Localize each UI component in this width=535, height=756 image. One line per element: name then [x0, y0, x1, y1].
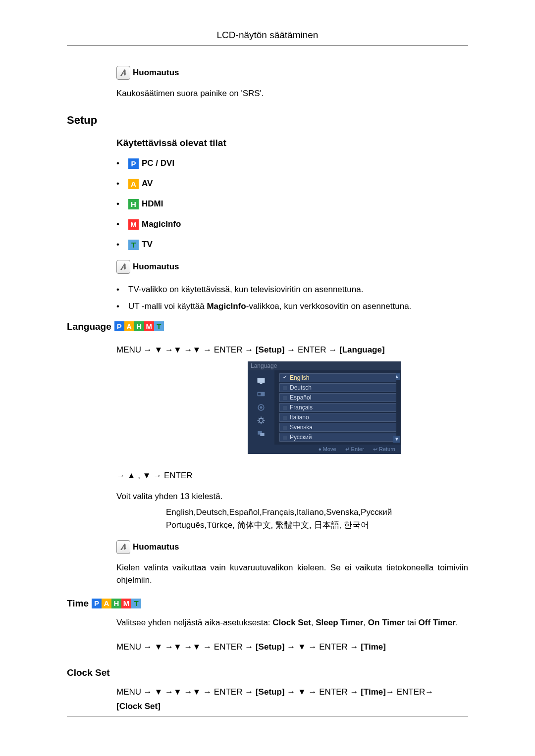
- svg-rect-1: [260, 383, 263, 384]
- note-row: Huomautus: [116, 260, 468, 274]
- note-icon: [116, 540, 130, 554]
- osd-item-svenska[interactable]: Svenska: [279, 423, 396, 432]
- mode-a-icon: A: [128, 179, 139, 189]
- osd-item-espanol[interactable]: Español: [279, 393, 396, 402]
- mode-p-label: PC / DVI: [142, 158, 174, 168]
- mode-t-label: TV: [142, 240, 153, 250]
- osd-scroll-down-icon[interactable]: ▼: [393, 436, 400, 443]
- mode-badges: P A H M T: [114, 321, 164, 332]
- mode-t-icon: T: [131, 599, 141, 608]
- time-heading: Time: [67, 598, 89, 609]
- mode-p-icon: P: [128, 158, 139, 169]
- osd-footer: ♦ Move ↵ Enter ↩ Return: [248, 445, 401, 454]
- mode-item-magicinfo: M MagicInfo: [116, 219, 468, 230]
- mode-t-icon: T: [154, 321, 164, 331]
- time-desc: Valitsee yhden neljästä aika-asetuksesta…: [116, 617, 468, 629]
- language-list-line1: English,Deutsch,Español,Français,Italian…: [166, 506, 468, 519]
- mode-m-label: MagicInfo: [142, 219, 181, 229]
- osd-language-menu: Language ▲ English Deutsch Español Franç…: [248, 361, 401, 454]
- svg-point-5: [260, 406, 263, 408]
- time-path: MENU → ▼ →▼ →▼ → ENTER → [Setup] → ▼ → E…: [116, 640, 468, 655]
- language-list-line2: Português,Türkçe, 简体中文, 繁體中文, 日本語, 한국어: [166, 519, 468, 532]
- mode-a-icon: A: [124, 321, 134, 331]
- language-choose-text: Voit valita yhden 13 kielestä.: [116, 491, 468, 503]
- svg-rect-3: [258, 393, 261, 395]
- osd-picture-icon: [256, 375, 267, 386]
- mode-note: UT -malli voi käyttää MagicInfo-valikkoa…: [128, 302, 411, 311]
- clock-set-path: MENU → ▼ →▼ →▼ → ENTER → [Setup] → ▼ → E…: [116, 685, 468, 714]
- language-path-2: → ▲ , ▼ → ENTER: [116, 469, 468, 483]
- mode-t-icon: T: [128, 240, 139, 250]
- mode-m-icon: M: [121, 599, 131, 608]
- modes-heading: Käytettävissä olevat tilat: [116, 138, 468, 149]
- osd-side-icons: [248, 370, 274, 445]
- mode-item-av: A AV: [116, 179, 468, 189]
- osd-item-russian[interactable]: Русский: [279, 433, 396, 442]
- page-header: LCD-näytön säätäminen: [67, 30, 468, 46]
- mode-h-icon: H: [111, 599, 121, 608]
- mode-p-icon: P: [114, 321, 124, 331]
- mode-h-icon: H: [134, 321, 144, 331]
- osd-enter-hint: ↵ Enter: [345, 446, 364, 453]
- mode-item-hdmi: H HDMI: [116, 199, 468, 209]
- mode-item-tv: T TV: [116, 240, 468, 250]
- svg-rect-8: [260, 433, 264, 436]
- note-label: Huomautus: [133, 542, 179, 552]
- osd-item-italiano[interactable]: Italiano: [279, 413, 396, 422]
- language-path-1: MENU → ▼ →▼ →▼ → ENTER → [Setup] → ENTER…: [116, 343, 468, 357]
- mode-note: TV-valikko on käytettävissä, kun televis…: [128, 285, 363, 294]
- setup-heading: Setup: [67, 114, 468, 127]
- language-list-block: English,Deutsch,Español,Français,Italian…: [166, 506, 468, 531]
- mode-a-label: AV: [142, 179, 153, 189]
- clock-set-heading: Clock Set: [67, 667, 468, 678]
- srs-note-text: Kaukosäätimen suora painike on 'SRS'.: [116, 88, 468, 100]
- osd-item-francais[interactable]: Français: [279, 403, 396, 412]
- mode-m-icon: M: [144, 321, 154, 331]
- osd-return-hint: ↩ Return: [373, 446, 395, 453]
- mode-badges: P A H M T: [92, 599, 141, 609]
- mode-item-pc: P PC / DVI: [116, 158, 468, 169]
- mode-m-icon: M: [128, 219, 139, 230]
- mode-h-label: HDMI: [142, 199, 163, 209]
- mode-list: P PC / DVI A AV H HDMI M MagicInfo T TV: [116, 158, 468, 250]
- mode-notes-list: TV-valikko on käytettävissä, kun televis…: [116, 285, 468, 311]
- note-label: Huomautus: [133, 262, 179, 272]
- osd-input-icon: [256, 389, 267, 400]
- footer-rule: [67, 716, 468, 716]
- note-icon: [116, 260, 130, 274]
- osd-setup-icon: [256, 415, 267, 426]
- osd-multi-icon: [256, 428, 267, 439]
- osd-item-deutsch[interactable]: Deutsch: [279, 383, 396, 392]
- language-heading-row: Language P A H M T: [67, 321, 468, 332]
- mode-p-icon: P: [92, 599, 102, 608]
- note-label: Huomautus: [133, 68, 179, 78]
- mode-h-icon: H: [128, 199, 139, 209]
- time-heading-row: Time P A H M T: [67, 598, 468, 609]
- note-icon: [116, 66, 130, 80]
- language-heading: Language: [67, 321, 111, 332]
- mode-a-icon: A: [102, 599, 111, 608]
- osd-title: Language: [248, 361, 401, 370]
- note-row: Huomautus: [116, 540, 468, 554]
- osd-item-english[interactable]: English: [279, 373, 396, 382]
- svg-rect-0: [258, 378, 265, 383]
- osd-move-hint: ♦ Move: [319, 446, 336, 453]
- note-row: Huomautus: [116, 66, 468, 80]
- svg-point-6: [259, 418, 263, 422]
- language-effect-note: Kielen valinta vaikuttaa vain kuvaruutuv…: [116, 562, 468, 586]
- osd-list: ▲ English Deutsch Español Français Itali…: [274, 370, 401, 445]
- osd-sound-icon: [256, 402, 267, 413]
